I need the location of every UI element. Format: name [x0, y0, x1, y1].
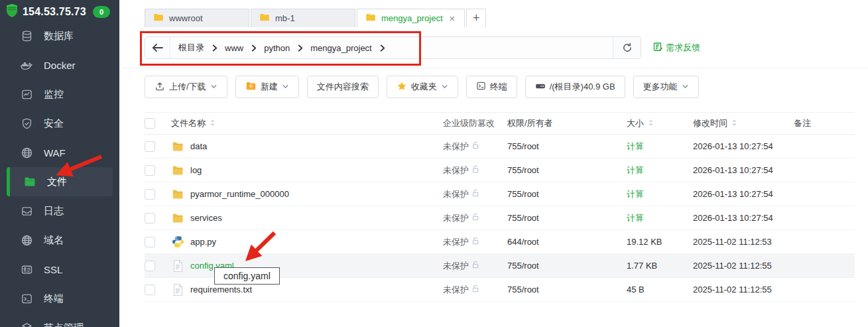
select-all-checkbox[interactable] [145, 118, 155, 129]
breadcrumb-segment-www[interactable]: www [219, 40, 249, 56]
size-cell: 1.77 KB [627, 261, 693, 271]
file-name-link[interactable]: log [190, 165, 202, 175]
sort-icon[interactable] [647, 118, 655, 129]
breadcrumb-segment-python[interactable]: python [259, 40, 295, 56]
row-checkbox[interactable] [145, 285, 155, 295]
database-icon [20, 29, 33, 42]
column-header-3: 权限/所有者 [507, 117, 627, 129]
button-label: 更多功能 [643, 81, 678, 93]
feedback-link[interactable]: 需求反馈 [653, 42, 700, 54]
row-checkbox[interactable] [145, 213, 155, 224]
sidebar-item-安全[interactable]: 安全 [0, 109, 119, 138]
sidebar-item-文件[interactable]: 文件 [7, 167, 113, 196]
server-alert-badge[interactable]: 0 [93, 6, 110, 18]
calculate-size-link[interactable]: 计算 [627, 141, 644, 151]
feedback-icon [653, 42, 663, 54]
row-checkbox[interactable] [145, 165, 155, 176]
folder-icon [171, 164, 184, 177]
file-name-link[interactable]: data [190, 141, 207, 151]
table-row[interactable]: log未保护755/root计算2026-01-13 10:27:54 [145, 159, 855, 182]
refresh-button[interactable] [613, 37, 641, 58]
button-label: 收藏夹 [411, 81, 437, 93]
header-checkbox-cell [145, 118, 171, 129]
unlock-icon [471, 260, 480, 271]
table-row[interactable]: pyarmor_runtime_000000未保护755/root计算2026-… [145, 182, 855, 206]
row-checkbox[interactable] [145, 189, 155, 200]
column-header-5[interactable]: 修改时间 [693, 117, 794, 129]
sort-icon[interactable] [730, 118, 739, 129]
protection-cell[interactable]: 未保护 [443, 236, 507, 248]
table-row[interactable]: services未保护755/root计算2026-01-13 10:27:54 [145, 206, 855, 230]
file-name-cell: config.yaml [171, 259, 443, 273]
sidebar-item-节点管理[interactable]: 节点管理 [0, 313, 119, 327]
size-value: 45 B [627, 285, 645, 294]
folder-icon [171, 188, 184, 201]
row-checkbox[interactable] [145, 261, 155, 271]
disk-usage-button[interactable]: /(根目录)40.9 GB [525, 76, 625, 98]
sidebar-item-WAF[interactable]: WAF [0, 138, 119, 167]
file-name-cell: data [171, 140, 443, 153]
row-checkbox[interactable] [145, 237, 155, 247]
protection-cell[interactable]: 未保护 [443, 188, 507, 200]
close-icon[interactable]: × [448, 13, 457, 23]
breadcrumb[interactable]: 根目录wwwpythonmengya_project [170, 37, 613, 58]
new-button[interactable]: 新建 [235, 76, 299, 98]
sidebar-item-SSL[interactable]: SSL [0, 255, 119, 284]
sidebar-item-终端[interactable]: 终端 [0, 284, 119, 313]
file-name-link[interactable]: pyarmor_runtime_000000 [190, 189, 289, 199]
tab-wwwroot[interactable]: wwwroot [145, 9, 249, 27]
chevron-right-icon [379, 44, 386, 52]
size-cell: 计算 [627, 141, 693, 153]
protection-cell[interactable]: 未保护 [443, 284, 507, 296]
new-folder-icon [245, 81, 257, 93]
calculate-size-link[interactable]: 计算 [627, 165, 644, 175]
upload-download-button[interactable]: 上传/下载 [145, 76, 227, 98]
header-text: 大小 [627, 117, 644, 129]
sidebar-item-label: WAF [44, 147, 66, 159]
sidebar-item-label: 数据库 [44, 30, 74, 42]
breadcrumb-segment-根目录[interactable]: 根目录 [173, 39, 210, 56]
sidebar-item-Docker[interactable]: Docker [0, 50, 119, 80]
column-header-4[interactable]: 大小 [627, 117, 693, 129]
server-shield-icon [5, 3, 19, 21]
protection-label: 未保护 [443, 284, 469, 296]
size-cell: 计算 [627, 188, 693, 200]
unlock-icon [471, 141, 480, 152]
file-name-link[interactable]: app.py [190, 237, 216, 247]
protection-cell[interactable]: 未保护 [443, 212, 507, 224]
tab-mengya_project[interactable]: mengya_project× [357, 9, 465, 27]
favorites-button[interactable]: 收藏夹 [387, 76, 458, 98]
new-tab-button[interactable]: + [466, 9, 486, 27]
calculate-size-link[interactable]: 计算 [627, 189, 644, 199]
permission-owner-cell: 755/root [507, 189, 627, 199]
row-checkbox-cell [145, 261, 171, 271]
protection-cell[interactable]: 未保护 [443, 164, 507, 176]
row-checkbox[interactable] [145, 141, 155, 152]
content-search-button[interactable]: 文件内容搜索 [307, 76, 379, 98]
protection-cell[interactable]: 未保护 [443, 260, 507, 272]
table-row[interactable]: app.py未保护644/root19.12 KB2025-11-02 11:1… [145, 230, 855, 254]
file-name-cell: app.py [171, 235, 443, 249]
column-header-label: 备注 [794, 117, 855, 129]
python-icon [171, 235, 184, 249]
sidebar-item-日志[interactable]: 日志 [0, 196, 119, 226]
size-cell: 计算 [627, 164, 693, 176]
protection-cell[interactable]: 未保护 [443, 141, 507, 153]
more-functions-button[interactable]: 更多功能 [633, 76, 699, 98]
table-row[interactable]: data未保护755/root计算2026-01-13 10:27:54 [145, 135, 855, 159]
sort-icon[interactable] [208, 118, 217, 129]
server-selector[interactable]: 154.53.75.73 0 [0, 0, 119, 21]
sidebar-item-域名[interactable]: 域名 [0, 226, 119, 255]
sidebar-item-监控[interactable]: 监控 [0, 80, 119, 109]
sidebar-item-数据库[interactable]: 数据库 [0, 21, 119, 50]
monitor-icon [20, 88, 33, 101]
upload-icon [155, 81, 165, 94]
calculate-size-link[interactable]: 计算 [627, 213, 644, 223]
back-button[interactable] [145, 37, 170, 58]
breadcrumb-segment-mengya_project[interactable]: mengya_project [305, 40, 377, 56]
file-name-link[interactable]: requirements.txt [190, 285, 252, 294]
tab-mb-1[interactable]: mb-1 [251, 9, 355, 27]
file-name-link[interactable]: services [190, 213, 222, 223]
column-header-1[interactable]: 文件名称 [171, 117, 443, 129]
terminal-button[interactable]: 终端 [466, 76, 517, 98]
